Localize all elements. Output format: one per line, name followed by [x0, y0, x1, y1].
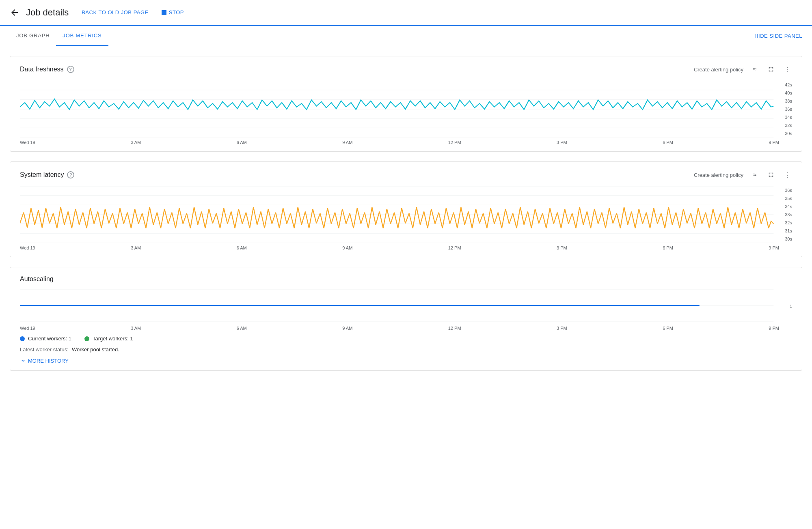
- system-latency-chart: 36s 35s 34s 33s 32s 31s 30s: [20, 186, 792, 243]
- tabs-left: JOB GRAPH JOB METRICS: [10, 26, 108, 46]
- main-content: Data freshness ? Create alerting policy …: [0, 46, 812, 381]
- back-button[interactable]: [10, 8, 19, 17]
- legend-label-target-workers: Target workers: 1: [93, 335, 133, 342]
- back-to-old-link[interactable]: BACK TO OLD JOB PAGE: [82, 9, 149, 15]
- stop-icon: [162, 10, 166, 15]
- system-latency-header: System latency ? Create alerting policy …: [20, 170, 792, 180]
- hide-side-panel-button[interactable]: HIDE SIDE PANEL: [754, 33, 802, 39]
- legend-dot-target-workers: [84, 336, 89, 341]
- system-latency-actions: Create alerting policy ≈ ⋮: [694, 170, 792, 180]
- data-freshness-alerting-button[interactable]: Create alerting policy: [694, 67, 743, 73]
- system-latency-x-axis: Wed 19 3 AM 6 AM 9 AM 12 PM 3 PM 6 PM 9 …: [20, 243, 792, 250]
- system-latency-title-row: System latency ?: [20, 171, 74, 178]
- more-history-button[interactable]: MORE HISTORY: [20, 357, 792, 364]
- worker-status-row: Latest worker status: Worker pool starte…: [20, 346, 792, 353]
- legend-item-current-workers: Current workers: 1: [20, 335, 71, 342]
- autoscaling-chart: 1: [20, 289, 792, 322]
- system-latency-more-icon[interactable]: ⋮: [782, 170, 792, 180]
- data-freshness-title-row: Data freshness ?: [20, 66, 74, 73]
- legend-item-target-workers: Target workers: 1: [84, 335, 133, 342]
- stop-button[interactable]: STOP: [162, 9, 184, 15]
- system-latency-help-icon[interactable]: ?: [67, 171, 74, 178]
- data-freshness-more-icon[interactable]: ⋮: [782, 65, 792, 74]
- data-freshness-actions: Create alerting policy ≈ ⋮: [694, 65, 792, 74]
- tab-job-metrics[interactable]: JOB METRICS: [56, 26, 108, 46]
- system-latency-fullscreen-icon[interactable]: [766, 170, 776, 180]
- data-freshness-header: Data freshness ? Create alerting policy …: [20, 65, 792, 74]
- autoscaling-section: Autoscaling 1 Wed 19 3 AM 6 AM 9 AM 12 P…: [10, 267, 802, 371]
- autoscaling-legend: Current workers: 1 Target workers: 1: [20, 335, 792, 342]
- worker-status-value: Worker pool started.: [72, 346, 119, 353]
- system-latency-section: System latency ? Create alerting policy …: [10, 161, 802, 257]
- autoscaling-x-axis: Wed 19 3 AM 6 AM 9 AM 12 PM 3 PM 6 PM 9 …: [20, 323, 792, 331]
- data-freshness-alert-wave-icon[interactable]: ≈: [750, 65, 760, 74]
- page-title: Job details: [26, 7, 69, 18]
- data-freshness-y-axis: 42s 40s 38s 36s 34s 32s 30s: [779, 81, 792, 138]
- legend-dot-current-workers: [20, 336, 25, 341]
- legend-label-current-workers: Current workers: 1: [28, 335, 71, 342]
- data-freshness-fullscreen-icon[interactable]: [766, 65, 776, 74]
- data-freshness-section: Data freshness ? Create alerting policy …: [10, 56, 802, 152]
- more-history-label: MORE HISTORY: [28, 358, 69, 364]
- autoscaling-title: Autoscaling: [20, 275, 792, 283]
- top-bar: Job details BACK TO OLD JOB PAGE STOP: [0, 0, 812, 26]
- data-freshness-x-axis: Wed 19 3 AM 6 AM 9 AM 12 PM 3 PM 6 PM 9 …: [20, 138, 792, 145]
- system-latency-alert-wave-icon[interactable]: ≈: [750, 170, 760, 180]
- data-freshness-title: Data freshness: [20, 66, 64, 73]
- data-freshness-chart: 42s 40s 38s 36s 34s 32s 30s: [20, 81, 792, 138]
- tabs-bar: JOB GRAPH JOB METRICS HIDE SIDE PANEL: [0, 26, 812, 46]
- data-freshness-help-icon[interactable]: ?: [67, 66, 74, 73]
- system-latency-title: System latency: [20, 171, 64, 178]
- system-latency-y-axis: 36s 35s 34s 33s 32s 31s 30s: [779, 186, 792, 243]
- system-latency-alerting-button[interactable]: Create alerting policy: [694, 172, 743, 178]
- worker-status-label: Latest worker status:: [20, 346, 69, 353]
- tab-job-graph[interactable]: JOB GRAPH: [10, 26, 56, 46]
- autoscaling-y-label: 1: [779, 304, 792, 309]
